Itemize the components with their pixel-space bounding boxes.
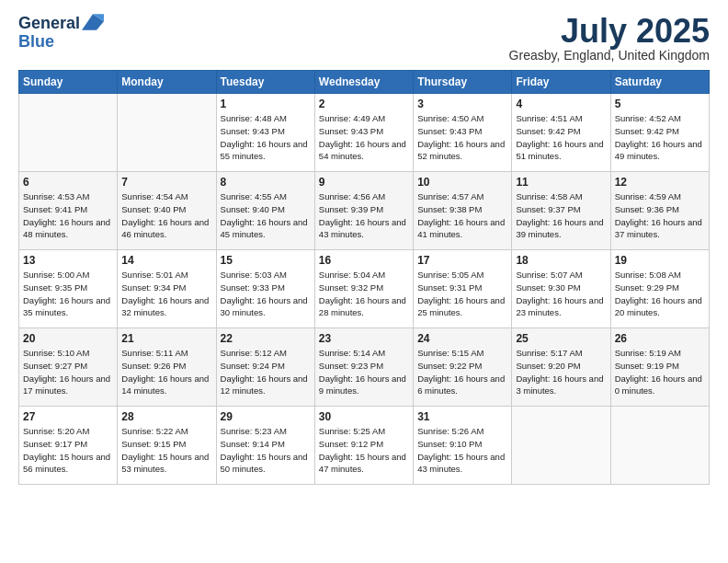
title-block: July 2025 Greasby, England, United Kingd… [509,15,710,63]
day-info: Sunrise: 5:10 AM Sunset: 9:27 PM Dayligh… [23,347,113,397]
table-row [19,94,118,172]
table-row: 4Sunrise: 4:51 AM Sunset: 9:42 PM Daylig… [512,94,610,172]
calendar-week-3: 13Sunrise: 5:00 AM Sunset: 9:35 PM Dayli… [19,250,710,328]
day-number: 27 [23,410,113,423]
logo: General Blue [18,15,104,52]
table-row: 1Sunrise: 4:48 AM Sunset: 9:43 PM Daylig… [216,94,314,172]
day-info: Sunrise: 4:51 AM Sunset: 9:42 PM Dayligh… [516,112,606,163]
table-row: 3Sunrise: 4:50 AM Sunset: 9:43 PM Daylig… [414,94,512,172]
table-row [512,407,610,485]
day-info: Sunrise: 4:55 AM Sunset: 9:40 PM Dayligh… [221,190,311,241]
calendar-week-1: 1Sunrise: 4:48 AM Sunset: 9:43 PM Daylig… [19,94,710,172]
table-row: 10Sunrise: 4:57 AM Sunset: 9:38 PM Dayli… [414,172,512,250]
table-row: 30Sunrise: 5:25 AM Sunset: 9:12 PM Dayli… [314,407,413,485]
page: General Blue July 2025 Greasby, England,… [0,0,728,503]
logo-icon [82,13,104,31]
day-info: Sunrise: 5:08 AM Sunset: 9:29 PM Dayligh… [615,269,705,319]
day-number: 29 [221,410,311,423]
day-info: Sunrise: 4:53 AM Sunset: 9:41 PM Dayligh… [23,190,113,241]
day-number: 3 [417,98,507,110]
day-number: 26 [615,332,705,345]
day-number: 14 [121,254,211,267]
day-number: 28 [121,410,211,423]
logo-blue: Blue [18,33,104,52]
day-info: Sunrise: 5:23 AM Sunset: 9:14 PM Dayligh… [221,425,311,476]
table-row: 12Sunrise: 4:59 AM Sunset: 9:36 PM Dayli… [610,172,709,250]
day-info: Sunrise: 5:03 AM Sunset: 9:33 PM Dayligh… [221,269,311,319]
day-info: Sunrise: 5:26 AM Sunset: 9:10 PM Dayligh… [417,425,507,476]
day-info: Sunrise: 5:01 AM Sunset: 9:34 PM Dayligh… [121,269,211,319]
day-number: 15 [221,254,311,267]
day-number: 16 [319,254,409,267]
table-row: 28Sunrise: 5:22 AM Sunset: 9:15 PM Dayli… [118,407,216,485]
month-title: July 2025 [509,15,710,48]
day-info: Sunrise: 5:12 AM Sunset: 9:24 PM Dayligh… [221,347,311,397]
table-row: 21Sunrise: 5:11 AM Sunset: 9:26 PM Dayli… [118,328,216,407]
day-info: Sunrise: 5:15 AM Sunset: 9:22 PM Dayligh… [417,347,507,397]
logo-text: General [18,15,80,33]
calendar-week-4: 20Sunrise: 5:10 AM Sunset: 9:27 PM Dayli… [19,328,710,407]
day-number: 17 [417,254,507,267]
day-number: 31 [417,410,507,423]
table-row: 13Sunrise: 5:00 AM Sunset: 9:35 PM Dayli… [19,250,118,328]
table-row: 11Sunrise: 4:58 AM Sunset: 9:37 PM Dayli… [512,172,610,250]
calendar-header-row: Sunday Monday Tuesday Wednesday Thursday… [19,71,710,94]
day-number: 12 [615,176,705,189]
calendar: Sunday Monday Tuesday Wednesday Thursday… [18,70,710,485]
col-friday: Friday [512,71,610,94]
table-row [610,407,709,485]
table-row: 19Sunrise: 5:08 AM Sunset: 9:29 PM Dayli… [610,250,709,328]
day-info: Sunrise: 4:58 AM Sunset: 9:37 PM Dayligh… [516,190,606,241]
day-number: 21 [121,332,211,345]
col-monday: Monday [118,71,216,94]
day-number: 6 [23,176,113,189]
day-info: Sunrise: 4:48 AM Sunset: 9:43 PM Dayligh… [221,112,311,163]
day-number: 22 [221,332,311,345]
day-info: Sunrise: 5:14 AM Sunset: 9:23 PM Dayligh… [319,347,409,397]
table-row: 27Sunrise: 5:20 AM Sunset: 9:17 PM Dayli… [19,407,118,485]
day-info: Sunrise: 4:54 AM Sunset: 9:40 PM Dayligh… [121,190,211,241]
day-info: Sunrise: 4:57 AM Sunset: 9:38 PM Dayligh… [417,190,507,241]
table-row: 6Sunrise: 4:53 AM Sunset: 9:41 PM Daylig… [19,172,118,250]
day-number: 23 [319,332,409,345]
table-row: 9Sunrise: 4:56 AM Sunset: 9:39 PM Daylig… [314,172,413,250]
day-number: 20 [23,332,113,345]
day-number: 11 [516,176,606,189]
table-row: 17Sunrise: 5:05 AM Sunset: 9:31 PM Dayli… [414,250,512,328]
day-info: Sunrise: 5:05 AM Sunset: 9:31 PM Dayligh… [417,269,507,319]
table-row: 14Sunrise: 5:01 AM Sunset: 9:34 PM Dayli… [118,250,216,328]
header: General Blue July 2025 Greasby, England,… [18,15,710,63]
location: Greasby, England, United Kingdom [509,48,710,63]
col-sunday: Sunday [19,71,118,94]
table-row [118,94,216,172]
day-info: Sunrise: 5:11 AM Sunset: 9:26 PM Dayligh… [121,347,211,397]
day-info: Sunrise: 4:56 AM Sunset: 9:39 PM Dayligh… [319,190,409,241]
table-row: 2Sunrise: 4:49 AM Sunset: 9:43 PM Daylig… [314,94,413,172]
col-wednesday: Wednesday [314,71,413,94]
day-number: 2 [319,98,409,110]
day-number: 30 [319,410,409,423]
table-row: 29Sunrise: 5:23 AM Sunset: 9:14 PM Dayli… [216,407,314,485]
day-number: 13 [23,254,113,267]
table-row: 20Sunrise: 5:10 AM Sunset: 9:27 PM Dayli… [19,328,118,407]
day-info: Sunrise: 4:59 AM Sunset: 9:36 PM Dayligh… [615,190,705,241]
day-number: 7 [121,176,211,189]
table-row: 15Sunrise: 5:03 AM Sunset: 9:33 PM Dayli… [216,250,314,328]
day-info: Sunrise: 5:00 AM Sunset: 9:35 PM Dayligh… [23,269,113,319]
day-number: 10 [417,176,507,189]
col-thursday: Thursday [414,71,512,94]
day-info: Sunrise: 5:07 AM Sunset: 9:30 PM Dayligh… [516,269,606,319]
day-number: 25 [516,332,606,345]
day-info: Sunrise: 5:22 AM Sunset: 9:15 PM Dayligh… [121,425,211,476]
day-info: Sunrise: 4:50 AM Sunset: 9:43 PM Dayligh… [417,112,507,163]
table-row: 26Sunrise: 5:19 AM Sunset: 9:19 PM Dayli… [610,328,709,407]
day-info: Sunrise: 5:04 AM Sunset: 9:32 PM Dayligh… [319,269,409,319]
day-info: Sunrise: 4:52 AM Sunset: 9:42 PM Dayligh… [615,112,705,163]
day-info: Sunrise: 5:20 AM Sunset: 9:17 PM Dayligh… [23,425,113,476]
table-row: 5Sunrise: 4:52 AM Sunset: 9:42 PM Daylig… [610,94,709,172]
day-number: 1 [221,98,311,110]
table-row: 24Sunrise: 5:15 AM Sunset: 9:22 PM Dayli… [414,328,512,407]
table-row: 18Sunrise: 5:07 AM Sunset: 9:30 PM Dayli… [512,250,610,328]
col-tuesday: Tuesday [216,71,314,94]
day-number: 4 [516,98,606,110]
